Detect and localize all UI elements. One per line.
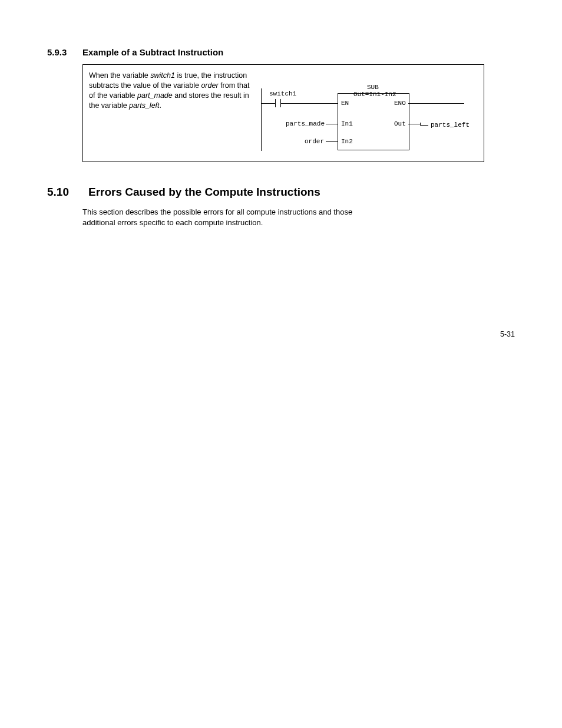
wire xyxy=(270,103,275,104)
port-eno: ENO xyxy=(394,100,406,107)
ladder-diagram: switch1 parts_made order SUB Out=In1-In2… xyxy=(261,71,478,153)
label-order: order xyxy=(305,138,324,145)
section-title: Errors Caused by the Compute Instruction… xyxy=(88,186,320,199)
example-box: When the variable switch1 is true, the i… xyxy=(82,64,484,162)
section-number: 5.10 xyxy=(47,186,88,199)
wire xyxy=(326,141,338,142)
var-order: order xyxy=(201,81,218,90)
label-parts-left: parts_left xyxy=(431,121,470,129)
var-part-made: part_made xyxy=(137,91,173,100)
block-expr: Out=In1-In2 xyxy=(353,91,396,98)
var-switch1: switch1 xyxy=(150,71,175,80)
subsection-title: Example of a Subtract Instruction xyxy=(82,47,223,57)
port-out: Out xyxy=(394,120,406,127)
left-rail xyxy=(261,88,262,151)
subsection-number: 5.9.3 xyxy=(47,47,82,57)
port-en: EN xyxy=(341,100,349,107)
wire xyxy=(408,103,464,104)
desc-text: When the variable xyxy=(89,71,150,80)
wire xyxy=(283,103,338,104)
var-parts-left: parts_left xyxy=(129,101,159,110)
port-in1: In1 xyxy=(341,120,353,127)
section-heading: 5.10 Errors Caused by the Compute Instru… xyxy=(47,186,521,199)
page-number: 5-31 xyxy=(500,330,515,338)
block-title: SUB xyxy=(367,84,379,91)
example-description: When the variable switch1 is true, the i… xyxy=(89,71,254,153)
wire xyxy=(420,125,428,126)
port-in2: In2 xyxy=(341,138,353,145)
wire xyxy=(326,124,338,124)
wire xyxy=(408,124,420,124)
label-switch1: switch1 xyxy=(269,90,296,97)
label-parts-made: parts_made xyxy=(286,120,325,127)
section-paragraph: This section describes the possible erro… xyxy=(82,207,359,228)
desc-text: . xyxy=(160,101,161,110)
subsection-heading: 5.9.3 Example of a Subtract Instruction xyxy=(47,47,521,57)
